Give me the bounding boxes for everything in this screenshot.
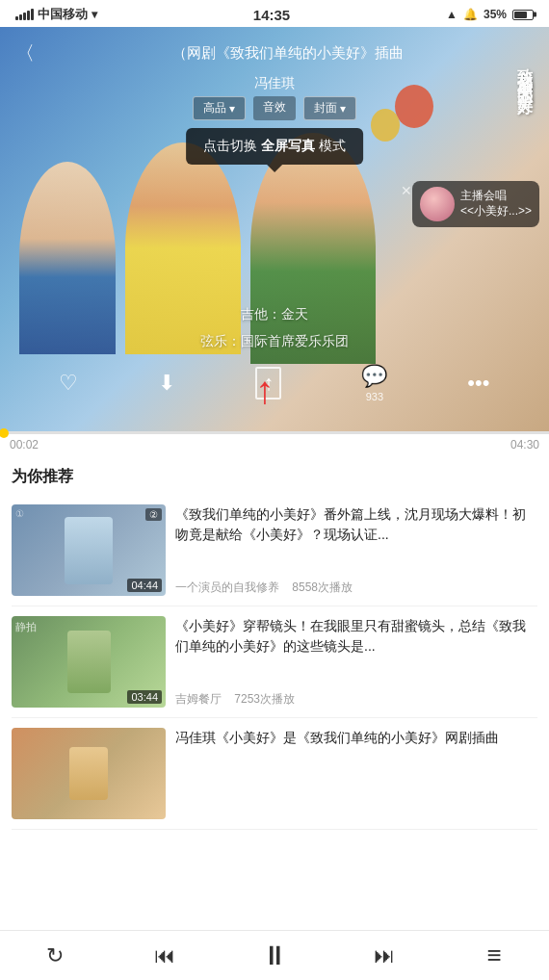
alarm-icon: 🔔 xyxy=(463,8,478,21)
action-row: ♡ ⬇ ↑ 💬 933 ••• xyxy=(0,364,549,402)
video-title-1: 《致我们单纯的小美好》番外篇上线，沈月现场大爆料！初吻竟是献给《小美好》？现场认… xyxy=(175,504,537,545)
status-bar: 中国移动 ▾ 14:35 ▲ 🔔 35% xyxy=(0,0,549,27)
host-bubble[interactable]: ✕ 主播会唱 <<小美好...>> xyxy=(412,181,539,227)
repeat-icon: ↻ xyxy=(46,943,64,968)
video-item-1[interactable]: ① ② 04:44 《致我们单纯的小美好》番外篇上线，沈月现场大爆料！初吻竟是献… xyxy=(12,495,537,606)
share-button[interactable]: ↑ xyxy=(255,367,281,400)
player-area: 致我们单纯的小美好 〈 （网剧《致我们单纯的小美好》插曲 冯佳琪 高品 ▾ 音效… xyxy=(0,27,549,431)
download-icon: ⬇ xyxy=(158,371,175,396)
more-button[interactable]: ••• xyxy=(467,371,489,396)
thumb-duration-2: 03:44 xyxy=(127,690,162,704)
location-icon: ▲ xyxy=(446,8,458,21)
comment-icon: 💬 xyxy=(361,364,387,389)
video-meta-1: 一个演员的自我修养 8558次播放 xyxy=(175,580,537,596)
host-close-button[interactable]: ✕ xyxy=(401,183,412,198)
video-plays-2: 7253次播放 xyxy=(234,692,295,706)
tooltip-text-part1: 点击切换 xyxy=(203,138,261,153)
signal-icon xyxy=(15,9,34,20)
video-item-3[interactable]: 冯佳琪《小美好》是《致我们单纯的小美好》网剧插曲 xyxy=(12,718,537,830)
battery-label: 35% xyxy=(484,8,507,21)
bottom-spacer xyxy=(12,830,537,888)
tooltip-text-part2: 模式 xyxy=(315,138,346,153)
video-title-2: 《小美好》穿帮镜头！在我眼里只有甜蜜镜头，总结《致我们单纯的小美好》的这些镜头是… xyxy=(175,616,537,657)
current-time: 00:02 xyxy=(10,438,39,451)
comment-count: 933 xyxy=(366,391,383,402)
video-thumb-3 xyxy=(12,728,166,819)
host-label: 主播会唱 xyxy=(460,189,532,204)
heart-icon: ♡ xyxy=(59,371,78,396)
host-sub-label: <<小美好...>> xyxy=(460,204,532,219)
wifi-icon: ▾ xyxy=(92,8,97,21)
menu-icon: ≡ xyxy=(486,941,501,970)
more-icon: ••• xyxy=(467,371,489,396)
prev-button[interactable]: ⏮ xyxy=(110,943,220,968)
tooltip-arrow xyxy=(267,165,282,172)
credits-area: 吉他：金天 弦乐：国际首席爱乐乐团 xyxy=(0,300,549,354)
cover-label: 封面 xyxy=(314,100,337,116)
tooltip-highlight: 全屏写真 xyxy=(261,138,315,153)
time-row: 00:02 04:30 xyxy=(0,434,549,455)
video-thumb-1: ① ② 04:44 xyxy=(12,504,166,596)
video-plays-1: 8558次播放 xyxy=(292,580,353,594)
host-avatar xyxy=(420,187,455,221)
download-button[interactable]: ⬇ xyxy=(158,371,175,396)
thumb-duration-1: 04:44 xyxy=(127,579,162,592)
host-avatar-image xyxy=(420,187,455,221)
video-title-3: 冯佳琪《小美好》是《致我们单纯的小美好》网剧插曲 xyxy=(175,728,537,748)
pause-button[interactable]: ⏸ xyxy=(220,940,329,971)
video-channel-2: 吉姆餐厅 xyxy=(175,692,222,706)
top-navigation: 〈 （网剧《致我们单纯的小美好》插曲 xyxy=(0,27,549,80)
quality-arrow: ▾ xyxy=(229,102,235,116)
progress-bar[interactable] xyxy=(0,431,549,434)
total-time: 04:30 xyxy=(510,438,539,451)
back-button[interactable]: 〈 xyxy=(15,37,42,70)
video-info-2: 《小美好》穿帮镜头！在我眼里只有甜蜜镜头，总结《致我们单纯的小美好》的这些镜头是… xyxy=(175,616,537,708)
thumb-watermark-1: ① xyxy=(15,508,24,519)
status-right: ▲ 🔔 35% xyxy=(446,8,534,21)
progress-area[interactable]: ↑ 00:02 04:30 xyxy=(0,431,549,455)
thumb-watermark-2: 静拍 xyxy=(15,620,37,634)
bottom-navigation: ↻ ⏮ ⏸ ⏭ ≡ xyxy=(0,930,549,980)
tooltip: 点击切换 全屏写真 模式 xyxy=(186,128,363,165)
share-icon: ↑ xyxy=(255,367,281,400)
video-info-1: 《致我们单纯的小美好》番外篇上线，沈月现场大爆料！初吻竟是献给《小美好》？现场认… xyxy=(175,504,537,596)
recommend-section: 为你推荐 ① ② 04:44 《致我们单纯的小美好》番外篇上线，沈月现场大爆料！… xyxy=(0,455,549,888)
quality-label: 高品 xyxy=(203,100,226,116)
player-title: （网剧《致我们单纯的小美好》插曲 xyxy=(42,44,534,63)
guitar-credit: 吉他：金天 xyxy=(0,300,549,327)
recommend-title: 为你推荐 xyxy=(12,455,537,495)
pause-icon: ⏸ xyxy=(261,940,288,971)
status-left: 中国移动 ▾ xyxy=(15,6,97,23)
next-button[interactable]: ⏭ xyxy=(329,943,439,968)
video-channel-1: 一个演员的自我修养 xyxy=(175,580,279,594)
battery-icon xyxy=(512,10,534,20)
cover-arrow: ▾ xyxy=(340,102,346,116)
video-info-3: 冯佳琪《小美好》是《致我们单纯的小美好》网剧插曲 xyxy=(175,728,537,819)
orchestra-credit: 弦乐：国际首席爱乐乐团 xyxy=(0,327,549,354)
comment-button[interactable]: 💬 933 xyxy=(361,364,387,402)
repeat-button[interactable]: ↻ xyxy=(0,943,110,968)
video-meta-2: 吉姆餐厅 7253次播放 xyxy=(175,691,537,708)
quality-row: 高品 ▾ 音效 封面 ▾ xyxy=(0,96,549,120)
prev-icon: ⏮ xyxy=(154,943,175,968)
cover-button[interactable]: 封面 ▾ xyxy=(303,96,356,120)
video-thumb-2: 静拍 03:44 xyxy=(12,616,166,708)
menu-button[interactable]: ≡ xyxy=(439,941,549,970)
thumb-plays-1: ② xyxy=(145,508,162,521)
clock: 14:35 xyxy=(253,7,290,23)
carrier-name: 中国移动 xyxy=(38,6,88,23)
like-button[interactable]: ♡ xyxy=(59,371,78,396)
effect-button[interactable]: 音效 xyxy=(253,96,296,120)
next-icon: ⏭ xyxy=(374,943,395,968)
video-item-2[interactable]: 静拍 03:44 《小美好》穿帮镜头！在我眼里只有甜蜜镜头，总结《致我们单纯的小… xyxy=(12,606,537,718)
quality-button[interactable]: 高品 ▾ xyxy=(193,96,246,120)
host-text: 主播会唱 <<小美好...>> xyxy=(460,189,532,219)
